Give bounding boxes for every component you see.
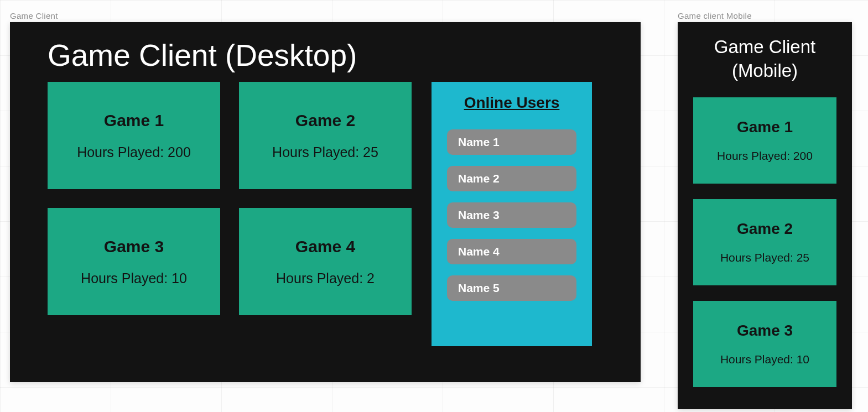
game-name: Game 3 bbox=[737, 322, 793, 340]
game-name: Game 4 bbox=[295, 237, 355, 256]
mobile-game-card-2[interactable]: Game 2 Hours Played: 25 bbox=[693, 199, 836, 285]
mobile-game-list: Game 1 Hours Played: 200 Game 2 Hours Pl… bbox=[693, 97, 836, 387]
game-hours: Hours Played: 10 bbox=[720, 353, 809, 366]
game-name: Game 1 bbox=[104, 111, 164, 130]
online-user-name: Name 2 bbox=[458, 172, 500, 185]
game-name: Game 1 bbox=[737, 118, 793, 136]
game-hours: Hours Played: 10 bbox=[81, 270, 187, 286]
game-card-1[interactable]: Game 1 Hours Played: 200 bbox=[48, 82, 220, 189]
online-users-title: Online Users bbox=[464, 94, 560, 112]
desktop-game-grid: Game 1 Hours Played: 200 Game 2 Hours Pl… bbox=[48, 82, 412, 346]
online-user-row[interactable]: Name 2 bbox=[447, 166, 576, 191]
desktop-title: Game Client (Desktop) bbox=[48, 38, 603, 73]
frame-label-desktop: Game Client bbox=[10, 11, 58, 20]
game-client-mobile-panel: Game Client (Mobile) Game 1 Hours Played… bbox=[678, 22, 852, 409]
online-user-row[interactable]: Name 3 bbox=[447, 202, 576, 228]
game-hours: Hours Played: 25 bbox=[272, 144, 378, 160]
online-user-row[interactable]: Name 1 bbox=[447, 129, 576, 155]
game-client-desktop-panel: Game Client (Desktop) Game 1 Hours Playe… bbox=[10, 22, 641, 382]
game-name: Game 2 bbox=[295, 111, 355, 130]
game-card-4[interactable]: Game 4 Hours Played: 2 bbox=[239, 208, 412, 315]
online-user-name: Name 5 bbox=[458, 281, 500, 295]
game-hours: Hours Played: 25 bbox=[720, 251, 809, 264]
mobile-title: Game Client (Mobile) bbox=[693, 35, 836, 83]
online-users-panel: Online Users Name 1 Name 2 Name 3 Name 4… bbox=[432, 82, 592, 346]
game-hours: Hours Played: 200 bbox=[717, 149, 813, 163]
online-user-name: Name 4 bbox=[458, 245, 500, 258]
online-user-name: Name 1 bbox=[458, 135, 500, 149]
game-hours: Hours Played: 2 bbox=[276, 270, 375, 286]
mobile-game-card-3[interactable]: Game 3 Hours Played: 10 bbox=[693, 301, 836, 387]
mobile-game-card-1[interactable]: Game 1 Hours Played: 200 bbox=[693, 97, 836, 184]
online-user-row[interactable]: Name 5 bbox=[447, 275, 576, 301]
frame-label-mobile: Game client Mobile bbox=[678, 11, 752, 20]
game-card-3[interactable]: Game 3 Hours Played: 10 bbox=[48, 208, 220, 315]
game-hours: Hours Played: 200 bbox=[77, 144, 191, 160]
online-user-row[interactable]: Name 4 bbox=[447, 239, 576, 264]
online-user-name: Name 3 bbox=[458, 208, 500, 222]
game-name: Game 3 bbox=[104, 237, 164, 256]
game-card-2[interactable]: Game 2 Hours Played: 25 bbox=[239, 82, 412, 189]
game-name: Game 2 bbox=[737, 220, 793, 238]
